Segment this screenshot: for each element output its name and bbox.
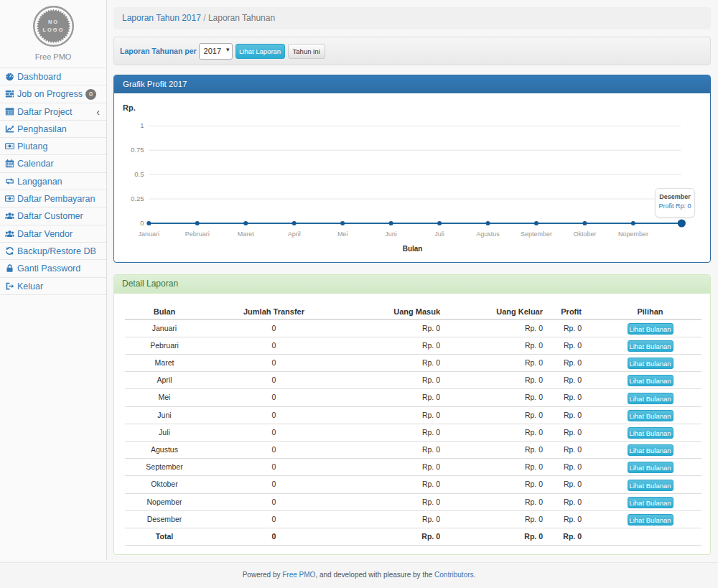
svg-text:Bulan: Bulan: [403, 245, 423, 253]
svg-text:1: 1: [140, 121, 144, 129]
svg-text:Nopember: Nopember: [618, 230, 648, 238]
svg-text:0.5: 0.5: [134, 170, 144, 178]
svg-text:Rp.: Rp.: [123, 103, 136, 112]
svg-text:LOGO: LOGO: [42, 27, 64, 33]
svg-text:Pebruari: Pebruari: [185, 230, 210, 238]
svg-text:Januari: Januari: [139, 230, 160, 238]
svg-text:0: 0: [140, 219, 144, 227]
svg-text:0.25: 0.25: [131, 195, 144, 202]
svg-text:Mei: Mei: [337, 230, 348, 238]
svg-text:Maret: Maret: [238, 230, 255, 238]
svg-text:Juni: Juni: [385, 230, 397, 238]
svg-text:Agustus: Agustus: [476, 230, 500, 238]
svg-text:NO: NO: [47, 19, 58, 25]
svg-text:Juli: Juli: [434, 230, 444, 238]
svg-text:0.75: 0.75: [131, 146, 144, 154]
svg-text:April: April: [288, 230, 301, 238]
svg-text:Oktober: Oktober: [573, 230, 596, 238]
svg-text:September: September: [521, 230, 552, 238]
